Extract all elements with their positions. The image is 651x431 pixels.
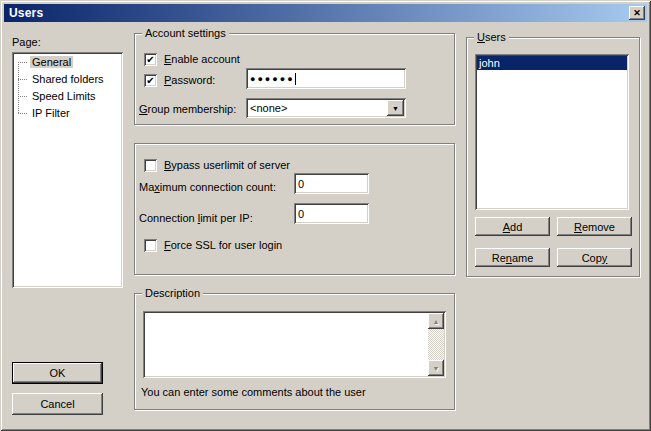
copy-button-label: Copy [582, 252, 608, 264]
ok-button-label: OK [50, 367, 66, 379]
description-title: Description [142, 287, 203, 299]
max-connection-count-label: Maximum connection count: [139, 181, 276, 193]
close-button[interactable]: ✕ [629, 6, 645, 20]
connection-limit-per-ip-label: Connection limit per IP: [139, 212, 253, 224]
remove-button-label: Remove [574, 221, 615, 233]
bypass-userlimit-label[interactable]: Bypass userlimit of server [164, 159, 290, 171]
tree-item-label: Shared folders [30, 73, 106, 85]
cancel-button-label: Cancel [40, 398, 74, 410]
tree-item-speed-limits[interactable]: Speed Limits [14, 88, 121, 105]
description-textarea[interactable]: ▲ ▼ [143, 311, 446, 378]
text-caret [295, 73, 296, 85]
check-icon: ✔ [146, 74, 154, 87]
user-list-item[interactable]: john [477, 56, 627, 70]
users-group: Users john Add Remove Rename Copy [466, 37, 640, 277]
scroll-up-button[interactable]: ▲ [428, 313, 444, 329]
group-membership-value: <none> [250, 102, 402, 114]
chevron-down-icon: ▼ [392, 105, 399, 112]
users-dialog: Users ✕ Page: General Shared folders Spe… [0, 0, 651, 431]
cancel-button[interactable]: Cancel [12, 393, 103, 415]
add-button-label: Add [503, 221, 523, 233]
account-settings-group: Account settings ✔ Enable account ✔ Pass… [134, 33, 455, 125]
description-scrollbar[interactable]: ▲ ▼ [428, 313, 444, 376]
description-group: Description ▲ ▼ You can enter some comme… [134, 293, 455, 410]
password-label[interactable]: Password: [164, 74, 215, 86]
users-list[interactable]: john [475, 54, 629, 210]
ok-button[interactable]: OK [12, 362, 103, 384]
users-group-title: Users [474, 31, 509, 43]
group-membership-select[interactable]: <none> ▼ [246, 98, 406, 118]
user-name: john [479, 57, 500, 69]
account-settings-title: Account settings [142, 27, 229, 39]
page-tree[interactable]: General Shared folders Speed Limits IP F… [12, 52, 123, 288]
group-membership-label: Group membership: [139, 103, 236, 115]
force-ssl-checkbox[interactable]: ✔ [144, 239, 157, 252]
tree-item-label: General [30, 56, 73, 68]
window-title: Users [9, 6, 43, 20]
max-connection-count-input[interactable] [294, 173, 369, 194]
tree-item-label: Speed Limits [30, 90, 98, 102]
limits-group: ✔ Bypass userlimit of server Maximum con… [134, 143, 455, 275]
description-hint: You can enter some comments about the us… [141, 386, 366, 398]
tree-item-label: IP Filter [30, 107, 72, 119]
scroll-down-icon: ▼ [433, 365, 440, 372]
copy-button[interactable]: Copy [557, 248, 632, 267]
force-ssl-label[interactable]: Force SSL for user login [164, 239, 282, 251]
remove-button[interactable]: Remove [557, 217, 632, 236]
bypass-userlimit-checkbox[interactable]: ✔ [144, 159, 157, 172]
password-checkbox[interactable]: ✔ [144, 74, 157, 87]
scroll-up-icon: ▲ [433, 318, 440, 325]
password-field[interactable]: ●●●●●● [246, 68, 406, 89]
enable-account-label[interactable]: Enable account [164, 53, 240, 65]
check-icon: ✔ [146, 53, 154, 66]
dropdown-button[interactable]: ▼ [387, 100, 404, 116]
enable-account-checkbox[interactable]: ✔ [144, 53, 157, 66]
rename-button[interactable]: Rename [475, 248, 550, 267]
tree-item-shared-folders[interactable]: Shared folders [14, 71, 121, 88]
titlebar: Users ✕ [4, 4, 647, 22]
add-button[interactable]: Add [475, 217, 550, 236]
page-label: Page: [12, 36, 41, 48]
password-masked-value: ●●●●●● [250, 74, 295, 84]
tree-item-general[interactable]: General [14, 54, 121, 71]
connection-limit-per-ip-input[interactable] [294, 203, 369, 224]
tree-item-ip-filter[interactable]: IP Filter [14, 105, 121, 122]
scroll-down-button[interactable]: ▼ [428, 360, 444, 376]
rename-button-label: Rename [492, 252, 534, 264]
close-icon: ✕ [633, 9, 641, 18]
